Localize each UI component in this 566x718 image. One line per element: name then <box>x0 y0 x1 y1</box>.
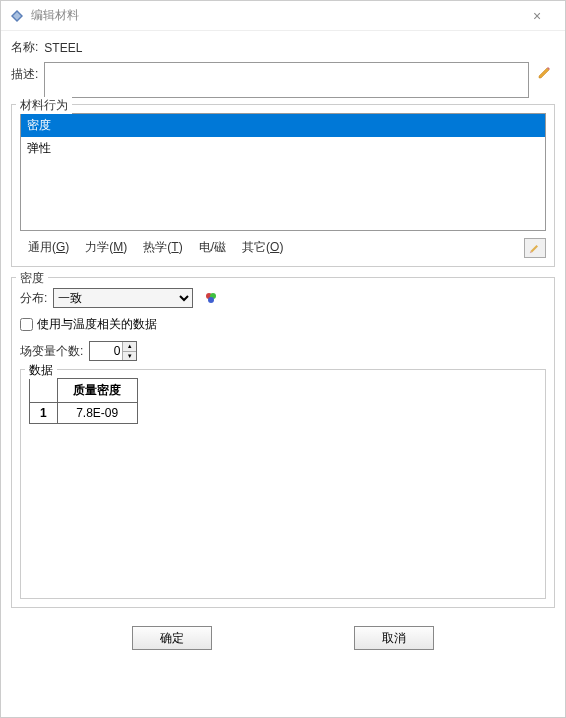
svg-point-4 <box>208 297 214 303</box>
edit-description-button[interactable] <box>535 62 555 82</box>
distribution-select[interactable]: 一致 <box>53 288 193 308</box>
menu-electrical[interactable]: 电/磁 <box>191 237 234 258</box>
behavior-legend: 材料行为 <box>16 97 72 114</box>
name-label: 名称: <box>11 39 38 56</box>
field-vars-row: 场变量个数: ▲ ▼ <box>20 341 546 361</box>
density-section: 密度 分布: 一致 使用与温度相关的数据 场变量个数: ▲ ▼ <box>11 277 555 608</box>
field-vars-spinner[interactable]: ▲ ▼ <box>89 341 137 361</box>
titlebar: 编辑材料 × <box>1 1 565 31</box>
behavior-fieldset: 材料行为 密度 弹性 通用(G) 力学(M) 热学(T) 电/磁 其它(O) <box>11 104 555 267</box>
field-vars-input[interactable] <box>90 342 122 360</box>
temp-dependent-row: 使用与温度相关的数据 <box>20 316 546 333</box>
cancel-button[interactable]: 取消 <box>354 626 434 650</box>
delete-behavior-button[interactable] <box>524 238 546 258</box>
dialog-buttons: 确定 取消 <box>1 616 565 660</box>
name-value: STEEL <box>44 41 82 55</box>
behavior-item-density[interactable]: 密度 <box>21 114 545 137</box>
spinner-up-button[interactable]: ▲ <box>123 342 136 352</box>
menu-mechanical[interactable]: 力学(M) <box>77 237 135 258</box>
data-table[interactable]: 质量密度 1 7.8E-09 <box>29 378 138 424</box>
spinner-down-button[interactable]: ▼ <box>123 352 136 361</box>
description-row: 描述: <box>11 62 555 98</box>
data-legend: 数据 <box>25 362 57 379</box>
close-button[interactable]: × <box>517 2 557 30</box>
table-header-row: 质量密度 <box>30 379 138 403</box>
ok-button[interactable]: 确定 <box>132 626 212 650</box>
temp-dependent-label: 使用与温度相关的数据 <box>37 316 157 333</box>
row-index: 1 <box>30 403 58 424</box>
density-legend: 密度 <box>16 270 48 287</box>
description-label: 描述: <box>11 62 38 83</box>
menu-other[interactable]: 其它(O) <box>234 237 291 258</box>
table-header-mass-density: 质量密度 <box>57 379 137 403</box>
behavior-item-elastic[interactable]: 弹性 <box>21 137 545 160</box>
table-row[interactable]: 1 7.8E-09 <box>30 403 138 424</box>
name-row: 名称: STEEL <box>11 39 555 56</box>
behavior-list[interactable]: 密度 弹性 <box>20 113 546 231</box>
menu-thermal[interactable]: 热学(T) <box>135 237 190 258</box>
mass-density-cell[interactable]: 7.8E-09 <box>57 403 137 424</box>
description-input[interactable] <box>44 62 529 98</box>
behavior-menu: 通用(G) 力学(M) 热学(T) 电/磁 其它(O) <box>20 237 546 258</box>
app-icon <box>9 8 25 24</box>
data-fieldset: 数据 质量密度 1 7.8E-09 <box>20 369 546 599</box>
distribution-label: 分布: <box>20 290 47 307</box>
color-icon[interactable] <box>203 290 219 306</box>
window-title: 编辑材料 <box>31 7 517 24</box>
distribution-row: 分布: 一致 <box>20 288 546 308</box>
menu-general[interactable]: 通用(G) <box>20 237 77 258</box>
field-vars-label: 场变量个数: <box>20 343 83 360</box>
table-corner <box>30 379 58 403</box>
temp-dependent-checkbox[interactable] <box>20 318 33 331</box>
